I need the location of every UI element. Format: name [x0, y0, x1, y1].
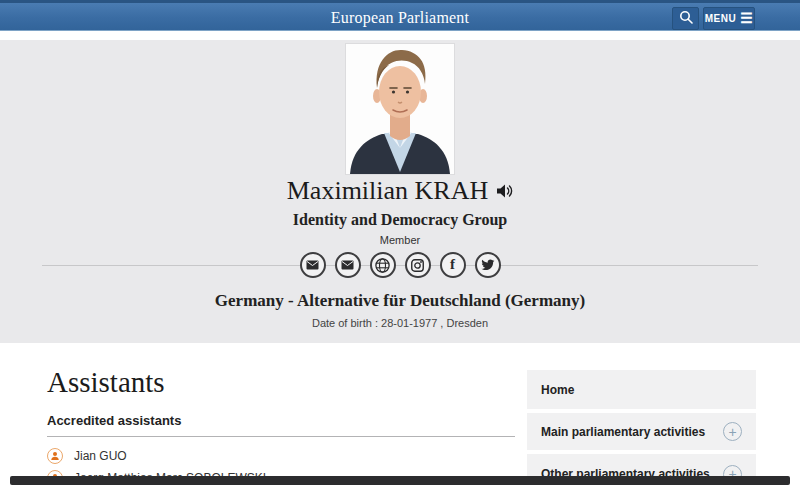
assistants-divider [47, 436, 515, 437]
assistant-row: Jian GUO [47, 445, 515, 467]
website-globe-icon[interactable] [370, 252, 396, 278]
expand-plus-icon[interactable]: + [723, 422, 742, 441]
accredited-assistants-heading: Accredited assistants [47, 413, 515, 428]
sidebar-item-label: Home [541, 383, 574, 397]
assistants-title: Assistants [47, 366, 515, 399]
member-status: Member [0, 234, 800, 246]
twitter-icon[interactable] [475, 252, 501, 278]
search-icon [679, 10, 693, 28]
country-party: Germany - Alternative für Deutschland (G… [0, 291, 800, 311]
instagram-icon[interactable] [405, 252, 431, 278]
envelope-icon[interactable] [335, 252, 361, 278]
political-group: Identity and Democracy Group [0, 211, 800, 229]
bottom-overlay-bar [10, 476, 790, 485]
menu-button[interactable]: MENU ☰ [703, 7, 755, 30]
member-name: Maximilian KRAH [287, 176, 489, 205]
member-hero-section: Maximilian KRAH Identity and Democracy G… [0, 40, 800, 343]
assistant-name: Jian GUO [74, 449, 127, 463]
assistants-section: Assistants Accredited assistants Jian GU… [47, 366, 515, 485]
hamburger-icon: ☰ [740, 11, 753, 25]
header-bar: European Parliament MENU ☰ [0, 0, 800, 31]
person-icon [47, 448, 63, 464]
section-nav-sidebar: Home Main parliamentary activities + Oth… [527, 370, 756, 485]
sidebar-item-label: Main parliamentary activities [541, 425, 705, 439]
member-photo [345, 43, 455, 175]
menu-button-label: MENU [705, 13, 736, 24]
mep-profile-page: European Parliament MENU ☰ [0, 0, 800, 485]
search-button[interactable] [672, 7, 699, 30]
date-of-birth: Date of birth : 28-01-1977 , Dresden [0, 317, 800, 329]
email-icon[interactable] [300, 252, 326, 278]
member-name-row: Maximilian KRAH [0, 176, 800, 206]
facebook-icon[interactable]: f [440, 252, 466, 278]
pronounce-speaker-icon[interactable] [496, 176, 513, 206]
sidebar-item-home[interactable]: Home [527, 370, 756, 409]
social-links-row: f [0, 252, 800, 278]
sidebar-item-main-parliamentary-activities[interactable]: Main parliamentary activities + [527, 413, 756, 450]
